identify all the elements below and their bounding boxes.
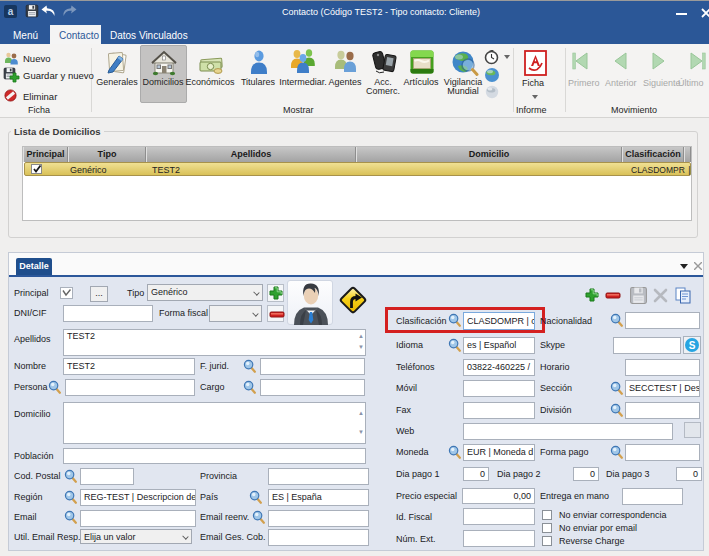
svg-text:S: S bbox=[689, 340, 696, 351]
